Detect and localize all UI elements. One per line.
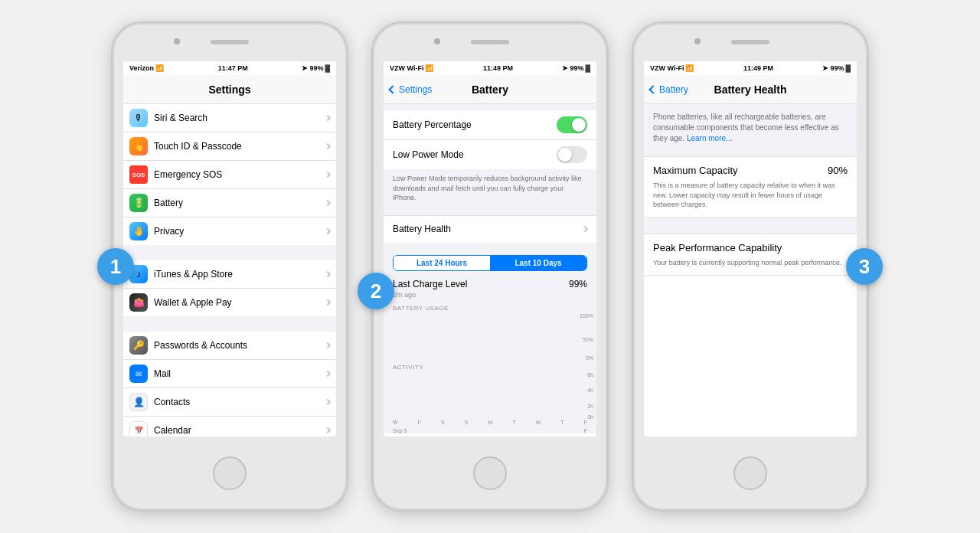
low-power-label: Low Power Mode: [393, 149, 464, 160]
act-4h: 4h: [587, 387, 593, 393]
activity-bars: [393, 372, 587, 414]
usage-chart: 100% 50% 0%: [384, 313, 596, 361]
settings-item-privacy[interactable]: 🤚 Privacy: [123, 217, 336, 245]
sos-chevron: [325, 172, 331, 178]
phone1-location-icon: ➤: [302, 64, 308, 72]
phone2-wrapper: 2 VZW Wi-Fi 📶 11:49 PM ➤ 99% ▓: [371, 21, 609, 512]
phone2-back-button[interactable]: Settings: [390, 84, 432, 95]
spacer-chart: [384, 243, 596, 249]
usage-label: BATTERY USAGE: [384, 302, 596, 313]
chart-tab-group: Last 24 Hours Last 10 Days: [393, 255, 587, 271]
phone3-speaker: [731, 40, 769, 44]
privacy-icon: 🤚: [129, 222, 148, 240]
phone2-time: 11:49 PM: [483, 64, 513, 72]
phone3-home-button[interactable]: [733, 456, 767, 490]
phone2-wifi-icon: 📶: [425, 64, 433, 72]
chart-x-dates: Sep 5F: [384, 428, 596, 433]
phone3-camera: [694, 38, 701, 44]
bh-description: Phone batteries, like all rechargeable b…: [644, 104, 857, 152]
phone3-bottom: [733, 437, 767, 510]
chart-tab-24h[interactable]: Last 24 Hours: [394, 256, 490, 270]
charge-level-label: Last Charge Level: [393, 279, 467, 289]
phone3-wifi: 📶: [685, 64, 694, 72]
battery-percentage-knob: [572, 118, 586, 132]
calendar-icon: 📅: [129, 421, 148, 437]
phone3-back-label: Battery: [659, 84, 688, 95]
phone1-time: 11:47 PM: [218, 64, 248, 72]
phone1-status-bar: Verizon 📶 11:47 PM ➤ 99% ▓: [123, 61, 336, 75]
phone3-navbar: Battery Battery Health: [644, 75, 857, 104]
usage-bars: [393, 313, 587, 355]
phone3-battery-pct: 99%: [830, 64, 844, 72]
phone2-speaker: [471, 40, 509, 44]
phone1-status-left: Verizon 📶: [129, 64, 164, 72]
phone3-top: [633, 23, 867, 61]
phone1-home-button[interactable]: [213, 456, 247, 490]
battery-icon: 🔋: [129, 194, 148, 212]
usage-0-label: 0%: [586, 355, 593, 361]
low-power-knob: [558, 148, 572, 162]
phone3: VZW Wi-Fi 📶 11:49 PM ➤ 99% ▓ Battery Bat…: [632, 21, 869, 512]
phone1: Verizon 📶 11:47 PM ➤ 99% ▓ Settings: [111, 21, 348, 512]
phone2-home-button[interactable]: [473, 456, 507, 490]
privacy-label: Privacy: [154, 226, 325, 237]
settings-item-contacts[interactable]: 👤 Contacts: [123, 388, 336, 417]
touchid-icon: 👆: [129, 137, 148, 155]
sos-label: Emergency SOS: [154, 169, 325, 180]
mail-chevron: [325, 371, 331, 377]
phone3-nav-title: Battery Health: [714, 83, 787, 96]
chart-tab-10d[interactable]: Last 10 Days: [490, 256, 586, 270]
phone2-battery-pct: 99%: [570, 64, 583, 72]
phone3-loc: ➤: [822, 64, 828, 72]
calendar-chevron: [325, 427, 331, 433]
phone2-bottom: [473, 437, 507, 510]
phone1-navbar: Settings: [123, 75, 336, 104]
settings-item-passwords[interactable]: 🔑 Passwords & Accounts: [123, 332, 336, 360]
phone3-time: 11:49 PM: [743, 64, 773, 72]
sos-icon: SOS: [129, 165, 148, 184]
battery-percentage-toggle[interactable]: [557, 116, 587, 133]
settings-item-mail[interactable]: ✉ Mail: [123, 360, 336, 388]
battery-chevron: [325, 200, 331, 206]
settings-item-wallet[interactable]: 👛 Wallet & Apple Pay: [123, 289, 336, 316]
phone1-status-right: ➤ 99% ▓: [302, 64, 330, 72]
charge-level-row: Last Charge Level 99%: [384, 276, 596, 291]
phone3-back-chevron: [648, 85, 657, 93]
phone1-wifi-icon: 📶: [155, 64, 164, 72]
phone1-battery-icon: ▓: [325, 64, 330, 72]
phone2-battery-icon: ▓: [585, 64, 590, 72]
phone3-status-bar: VZW Wi-Fi 📶 11:49 PM ➤ 99% ▓: [644, 61, 857, 75]
wallet-icon: 👛: [129, 293, 148, 312]
phone3-back-button[interactable]: Battery: [650, 84, 688, 95]
bh-learn-more[interactable]: Learn more...: [687, 134, 732, 142]
battery-health-row[interactable]: Battery Health: [384, 215, 596, 243]
usage-50-label: 50%: [583, 337, 593, 342]
wallet-chevron: [325, 299, 331, 306]
settings-group-2: ♪ iTunes & App Store 👛 Wallet & Apple Pa…: [123, 260, 336, 316]
phone1-speaker: [211, 40, 249, 44]
siri-chevron: [325, 115, 331, 121]
settings-item-calendar[interactable]: 📅 Calendar: [123, 417, 336, 437]
phone2-top-spacer: [384, 104, 596, 110]
settings-item-itunes[interactable]: ♪ iTunes & App Store: [123, 260, 336, 289]
settings-item-touchid[interactable]: 👆 Touch ID & Passcode: [123, 132, 336, 161]
phone2-nav-title: Battery: [472, 83, 508, 96]
bh-desc-text: Phone batteries, like all rechargeable b…: [653, 113, 839, 142]
phone2-status-bar: VZW Wi-Fi 📶 11:49 PM ➤ 99% ▓: [384, 61, 596, 75]
phone2-back-chevron: [388, 85, 397, 93]
charge-level-value: 99%: [569, 279, 587, 289]
wallet-label: Wallet & Apple Pay: [154, 297, 325, 308]
settings-item-sos[interactable]: SOS Emergency SOS: [123, 161, 336, 189]
passwords-chevron: [325, 342, 331, 348]
phone2: VZW Wi-Fi 📶 11:49 PM ➤ 99% ▓ Settings Ba…: [371, 21, 609, 512]
phone2-back-label: Settings: [399, 84, 432, 95]
settings-item-battery[interactable]: 🔋 Battery: [123, 189, 336, 217]
phone1-wrapper: 1 Verizon 📶 11:47 PM ➤ 99% ▓ S: [111, 21, 348, 512]
siri-icon: 🎙: [129, 109, 148, 127]
badge-1: 1: [97, 248, 134, 285]
max-capacity-value: 90%: [828, 165, 848, 176]
settings-item-siri[interactable]: 🎙 Siri & Search: [123, 104, 336, 132]
phone1-bottom: [213, 437, 247, 510]
siri-label: Siri & Search: [154, 113, 325, 123]
low-power-toggle[interactable]: [557, 146, 587, 163]
